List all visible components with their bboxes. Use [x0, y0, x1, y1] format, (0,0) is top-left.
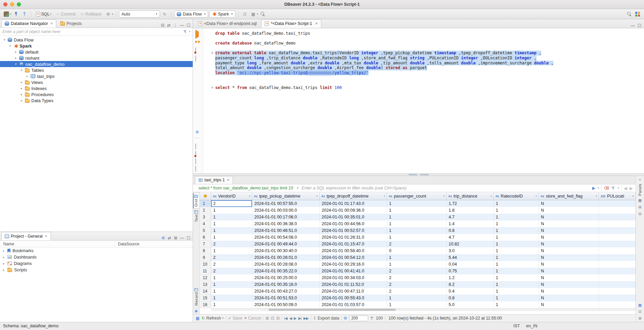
save-button[interactable]: ✓ Save [228, 316, 243, 321]
cell[interactable]: 1 [211, 214, 252, 220]
app-logo-icon[interactable] [3, 10, 10, 18]
fetch-size-icon[interactable] [370, 317, 374, 320]
cell[interactable]: 1 [494, 227, 539, 234]
tab-script-1[interactable]: *<Data Flow> Script-1 × [261, 19, 321, 28]
cell[interactable]: N [539, 220, 599, 227]
tree-caret-icon[interactable]: ▸ [2, 262, 5, 265]
tree-item-spark[interactable]: ▾Spark [0, 43, 193, 49]
tab-record[interactable]: Record [193, 287, 200, 307]
cell[interactable]: 2024-01-01 00:29:16.0 [320, 261, 387, 268]
global-search-icon[interactable] [625, 10, 633, 18]
tree-caret-icon[interactable]: ▸ [14, 56, 18, 60]
cell[interactable]: 1 [211, 301, 252, 308]
pin-icon[interactable]: ◉ [195, 309, 198, 313]
cell[interactable]: 2 [387, 241, 447, 247]
tab-projects[interactable]: Projects [57, 19, 85, 28]
cell[interactable]: 1 [494, 288, 539, 295]
cell[interactable]: 1 [494, 254, 539, 261]
next-row-icon[interactable]: ▶ [294, 316, 296, 321]
cell[interactable]: 2 [387, 274, 447, 281]
more-icon[interactable]: ···· [195, 136, 199, 140]
maximize-panel-icon[interactable]: ☐ [187, 23, 190, 28]
cell[interactable]: 2024-01-01 00:36:38.0 [252, 220, 320, 227]
cell[interactable] [599, 301, 636, 308]
editor-line[interactable] [209, 75, 644, 80]
cell[interactable] [599, 207, 636, 214]
load-script-icon[interactable] [195, 144, 196, 149]
cell[interactable]: 0 [387, 247, 447, 254]
tab-df-endpoint-sql[interactable]: <Data Flow> df-endpoint.sql [194, 19, 260, 28]
cell[interactable] [599, 281, 636, 288]
column-filter-icon[interactable]: ▾ [443, 195, 445, 198]
tree-caret-icon[interactable]: ▾ [20, 68, 23, 72]
cell[interactable]: N [539, 268, 599, 274]
row-number[interactable]: 13 [200, 281, 211, 288]
grouping-panel-icon[interactable]: ⊡ [638, 309, 641, 314]
zoom-window-button[interactable] [17, 2, 21, 6]
templates-icon[interactable] [195, 166, 196, 171]
refresh-connection-icon[interactable]: ↻ [161, 10, 168, 18]
column-header-ratecodeid[interactable]: AzRatecodeID▾ [494, 192, 539, 200]
editor-line[interactable] [209, 46, 644, 51]
editor-results-splitter[interactable] [193, 173, 644, 176]
cell[interactable]: 1 [387, 261, 447, 268]
close-icon[interactable]: × [227, 178, 229, 182]
expand-icon[interactable]: ↗ [296, 186, 299, 190]
editor-line[interactable]: create database oac_dataflow_demo [209, 41, 644, 46]
editor-line[interactable] [209, 36, 644, 41]
delete-row-icon[interactable]: ⊟ [276, 316, 280, 320]
maximize-panel-icon[interactable]: ☐ [187, 236, 190, 240]
minimize-panel-icon[interactable]: — [631, 23, 635, 28]
cell[interactable]: 2024-01-01 01:15:47.0 [320, 241, 387, 247]
execute-statement-icon[interactable] [195, 32, 199, 37]
tree-item-oac-dataflow-demo[interactable]: ▾oac_dataflow_demo [0, 61, 193, 67]
tab-taxi-trips-1[interactable]: taxi_trips 1 × [195, 176, 233, 184]
cell[interactable]: 4.7 [447, 214, 494, 220]
cell[interactable]: 0.4 [447, 288, 494, 295]
execute-script-icon[interactable] [195, 40, 200, 43]
cell[interactable]: 1 [211, 274, 252, 281]
scrollbar-thumb[interactable] [268, 309, 396, 311]
cell[interactable]: 2024-01-01 00:54:08.0 [252, 234, 320, 241]
cell[interactable]: 1 [494, 214, 539, 220]
column-header-passenger_count[interactable]: Azpassenger_count▾ [387, 192, 447, 200]
filter-icon[interactable] [183, 30, 187, 34]
view-menu-icon[interactable]: ⋮ [173, 23, 177, 28]
cell[interactable]: 2 [387, 268, 447, 274]
cell[interactable]: 1 [211, 288, 252, 295]
editor-line[interactable]: location 'oci://nyc-yellow-taxi-trips@xx… [209, 70, 644, 76]
row-number[interactable]: 2 [200, 207, 211, 214]
cell[interactable]: 1 [211, 234, 252, 241]
grid-tools-icon[interactable]: ▦ [250, 10, 257, 18]
cell[interactable]: 1.8 [447, 207, 494, 214]
cell[interactable] [599, 227, 636, 234]
script-icon[interactable] [195, 159, 196, 164]
schema-select[interactable]: Spark▾ [209, 10, 235, 18]
column-filter-icon[interactable]: ▾ [384, 195, 385, 198]
cell[interactable]: 1 [387, 207, 447, 214]
link-editor-icon[interactable]: ⇄ [167, 23, 170, 28]
tree-item-data-types[interactable]: ▸Data Types [0, 97, 193, 103]
column-header-pulocati[interactable]: 123PULocati▾ [599, 192, 636, 200]
sql-editor-button[interactable]: SQL▾ [34, 11, 54, 17]
gear-icon[interactable]: ⚙ [344, 316, 347, 320]
row-number[interactable]: 12 [200, 274, 211, 281]
editor-line[interactable] [209, 80, 644, 85]
locale-status[interactable]: en_IN [526, 322, 537, 330]
cell[interactable]: 1 [211, 281, 252, 288]
cell[interactable]: 2024-01-01 00:26:01.0 [252, 254, 320, 261]
column-header-name[interactable]: Name [0, 242, 115, 246]
cell[interactable]: 2024-01-01 00:03:00.0 [252, 207, 320, 214]
cell[interactable] [599, 241, 636, 247]
cell[interactable]: 2024-01-01 00:35:16.0 [252, 281, 320, 288]
filter-settings-icon[interactable] [611, 186, 615, 190]
first-row-icon[interactable]: |◀ [284, 316, 287, 321]
column-header-store_and_fwd_flag[interactable]: Azstore_and_fwd_flag▾ [539, 192, 599, 200]
cell[interactable]: 0.04 [447, 261, 494, 268]
tree-item-nishant[interactable]: ▸nishant [0, 55, 193, 61]
row-number[interactable]: 10 [200, 261, 211, 268]
cell[interactable]: 1 [387, 220, 447, 227]
column-filter-icon[interactable]: ▾ [536, 195, 537, 198]
cell[interactable]: 1.4 [447, 220, 494, 227]
editor-line[interactable]: ⊖create external table oac_dataflow_demo… [209, 51, 644, 56]
